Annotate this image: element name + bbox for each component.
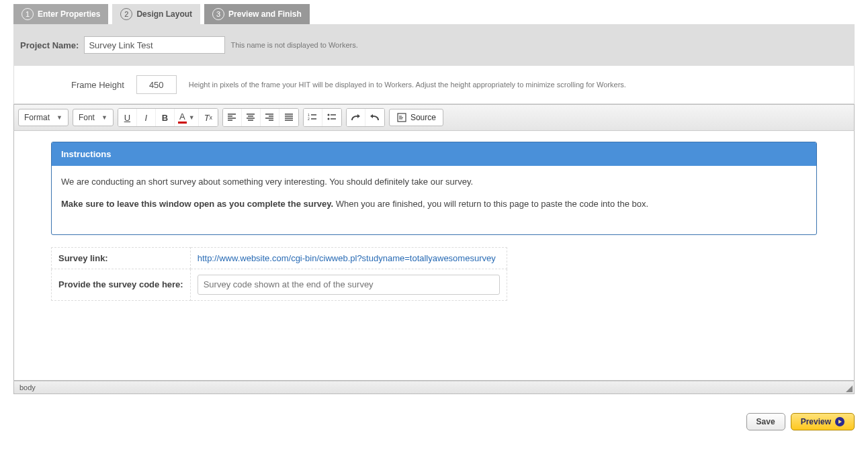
project-name-label: Project Name:	[20, 40, 79, 50]
wizard-tabs: 1 Enter Properties 2 Design Layout 3 Pre…	[13, 4, 855, 24]
table-row: Provide the survey code here:	[52, 269, 507, 300]
instructions-body: We are conducting an short survey about …	[52, 166, 816, 234]
tab-preview-finish[interactable]: 3 Preview and Finish	[204, 4, 310, 24]
survey-link-label: Survey link:	[52, 247, 191, 269]
instructions-panel: Instructions We are conducting an short …	[51, 142, 817, 235]
svg-text:2: 2	[308, 117, 310, 121]
instructions-p2: Make sure to leave this window open as y…	[61, 197, 807, 212]
instructions-title: Instructions	[52, 142, 816, 166]
align-group	[222, 108, 299, 127]
survey-link[interactable]: http://www.website.com/cgi-bin/ciwweb.pl…	[198, 253, 496, 263]
elements-path-bar: body	[13, 381, 855, 394]
format-dropdown[interactable]: Format ▼	[18, 109, 69, 126]
list-group: 12	[303, 108, 342, 127]
table-row: Survey link: http://www.website.com/cgi-…	[52, 247, 507, 269]
preview-label: Preview	[801, 417, 831, 426]
step-number: 2	[120, 8, 132, 20]
resize-grip-icon[interactable]	[846, 385, 853, 392]
instructions-p1: We are conducting an short survey about …	[61, 175, 807, 189]
align-justify-button[interactable]	[279, 109, 298, 126]
redo-icon	[350, 112, 361, 123]
elements-path[interactable]: body	[19, 383, 36, 391]
undo-button[interactable]	[365, 109, 384, 126]
survey-table: Survey link: http://www.website.com/cgi-…	[51, 247, 507, 301]
svg-point-2	[327, 114, 329, 116]
play-icon	[835, 417, 844, 426]
frame-height-label: Frame Height	[71, 80, 124, 90]
frame-height-input[interactable]	[136, 75, 177, 94]
chevron-down-icon: ▼	[56, 114, 62, 121]
undo-icon	[370, 112, 380, 123]
font-dropdown[interactable]: Font ▼	[73, 109, 114, 126]
instructions-p2-rest: When you are finished, you will return t…	[333, 199, 648, 209]
bullet-list-button[interactable]	[322, 109, 341, 126]
clear-format-button[interactable]: Tx	[199, 109, 218, 126]
redo-button[interactable]	[347, 109, 365, 126]
tab-label: Design Layout	[136, 9, 192, 19]
save-label: Save	[756, 417, 775, 426]
undo-redo-group	[346, 108, 385, 127]
italic-button[interactable]: I	[137, 109, 156, 126]
align-center-icon	[245, 112, 256, 123]
chevron-down-icon: ▼	[101, 114, 107, 121]
survey-code-label: Provide the survey code here:	[52, 269, 191, 300]
source-label: Source	[410, 113, 436, 122]
underline-button[interactable]: U	[118, 109, 137, 126]
format-label: Format	[24, 113, 50, 122]
project-name-input[interactable]	[84, 36, 225, 54]
align-left-icon	[226, 112, 237, 123]
source-button[interactable]: Source	[389, 109, 443, 126]
bold-button[interactable]: B	[156, 109, 175, 126]
text-color-button[interactable]: A▼	[175, 109, 199, 126]
preview-button[interactable]: Preview	[791, 413, 855, 430]
font-label: Font	[79, 113, 95, 122]
save-button[interactable]: Save	[746, 413, 785, 430]
footer-actions: Save Preview	[13, 394, 855, 430]
editor-canvas[interactable]: Instructions We are conducting an short …	[13, 131, 855, 381]
step-number: 1	[21, 8, 34, 20]
tab-label: Enter Properties	[38, 9, 100, 19]
bullet-list-icon	[327, 112, 337, 123]
project-name-bar: Project Name: This name is not displayed…	[13, 24, 855, 66]
survey-link-cell: http://www.website.com/cgi-bin/ciwweb.pl…	[190, 247, 507, 269]
frame-height-bar: Frame Height Height in pixels of the fra…	[13, 66, 855, 104]
instructions-p2-bold: Make sure to leave this window open as y…	[61, 199, 333, 209]
svg-point-3	[327, 118, 329, 120]
survey-code-cell	[190, 269, 507, 300]
align-right-button[interactable]	[261, 109, 279, 126]
tab-label: Preview and Finish	[228, 9, 302, 19]
align-center-button[interactable]	[242, 109, 261, 126]
numbered-list-button[interactable]: 12	[304, 109, 322, 126]
align-right-icon	[264, 112, 275, 123]
survey-code-input[interactable]	[198, 275, 500, 295]
editor-toolbar: Format ▼ Font ▼ U I B A▼ Tx 12	[13, 104, 855, 131]
step-number: 3	[212, 8, 224, 20]
align-justify-icon	[284, 112, 294, 123]
frame-height-hint: Height in pixels of the frame your HIT w…	[189, 81, 626, 89]
numbered-list-icon: 12	[307, 112, 318, 123]
tab-enter-properties[interactable]: 1 Enter Properties	[13, 4, 108, 24]
source-icon	[396, 112, 407, 123]
project-name-hint: This name is not displayed to Workers.	[230, 41, 357, 49]
tab-design-layout[interactable]: 2 Design Layout	[112, 4, 200, 24]
align-left-button[interactable]	[223, 109, 242, 126]
text-style-group: U I B A▼ Tx	[118, 108, 218, 127]
